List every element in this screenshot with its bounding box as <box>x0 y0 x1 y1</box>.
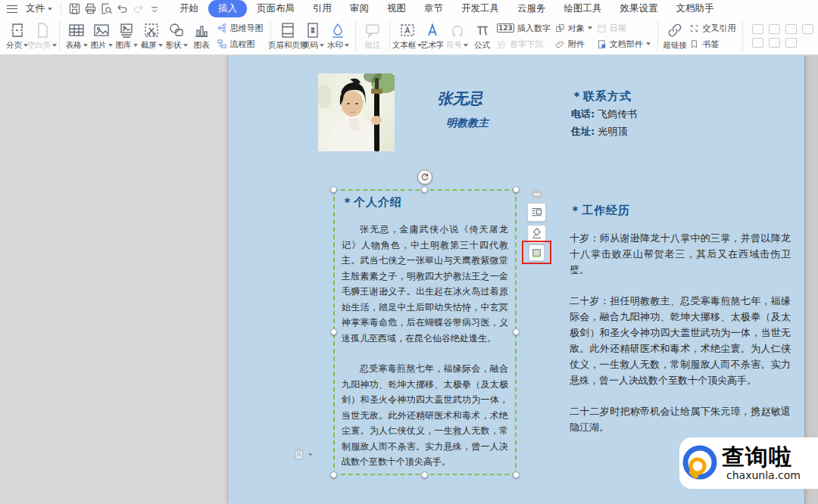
print-button[interactable] <box>83 2 98 16</box>
rotate-handle[interactable] <box>417 170 432 185</box>
layout-options-button[interactable] <box>527 203 546 222</box>
intro-heading[interactable]: ＊个人介绍 <box>342 195 508 210</box>
mind-map-button[interactable]: 思维导图 <box>217 23 264 34</box>
formula-button[interactable]: 公式 <box>470 22 495 51</box>
undo-button[interactable] <box>114 2 130 16</box>
flowchart-button[interactable]: 流程图 <box>217 39 264 50</box>
intro-text-box-selected[interactable]: ＊个人介绍 张无忌，金庸武侠小说《倚天屠龙记》人物角色，中土明教第三十四代教主。… <box>333 189 517 475</box>
tab-review[interactable]: 审阅 <box>342 1 377 17</box>
word-art-icon <box>424 22 441 39</box>
date-stack: 日期 文档部件 <box>595 23 653 50</box>
blank-page-button: 空白页 <box>30 22 55 51</box>
tab-section[interactable]: 章节 <box>416 1 451 17</box>
intro-paragraph-1[interactable]: 张无忌，金庸武侠小说《倚天屠龙记》人物角色，中土明教第三十四代教主。武当七侠之一… <box>342 222 508 346</box>
picture-button[interactable]: 图片 <box>89 22 114 51</box>
divider <box>355 20 356 51</box>
number-stack: 123 插入数字 首字下沉 <box>495 23 553 50</box>
resize-handle-w[interactable] <box>330 328 337 335</box>
page-number-button[interactable]: 页码 <box>301 22 326 51</box>
tab-home[interactable]: 开始 <box>171 1 207 17</box>
tab-view[interactable]: 视图 <box>379 1 414 17</box>
text-box-button[interactable]: 文本框 <box>395 22 420 51</box>
print-preview-button[interactable] <box>98 2 114 16</box>
resize-handle-nw[interactable] <box>330 186 337 193</box>
intro-paragraph-2[interactable]: 忍受寒毒煎熬七年，福缘际会，融合九阳神功、乾坤大挪移、太极拳（及太极剑）和圣火令… <box>342 361 508 470</box>
paste-options-button[interactable] <box>292 448 313 461</box>
experience-section[interactable]: ＊工作经历 十岁：师从谢逊降龙十八掌中的三掌，并曾以降龙十八掌击败巫山帮贺老三，… <box>570 204 791 435</box>
watermark-brand: 查询啦 <box>722 446 801 468</box>
attachment-button[interactable]: 附件 <box>555 39 592 50</box>
tab-doc-assistant[interactable]: 文档助手 <box>668 1 723 17</box>
tab-drawing-tools[interactable]: 绘图工具 <box>556 1 610 17</box>
profile-photo[interactable] <box>318 73 395 151</box>
form-image-field-icon <box>802 24 813 34</box>
date-button: 日期 <box>597 23 651 34</box>
resize-handle-s[interactable] <box>421 471 428 478</box>
contact-section[interactable]: ＊联系方式 电话: 飞鸽传书 住址: 光明顶 <box>571 89 700 138</box>
address-label: 住址: <box>571 126 595 137</box>
menu-bar: 文件 开始 插入 页面布局 引用 审阅 视图 章节 开发工具 云服务 绘图工具 <box>0 0 818 17</box>
calendar-icon <box>597 23 607 33</box>
blank-page-icon <box>34 22 51 39</box>
shapes-button[interactable]: 形状 <box>164 22 189 51</box>
symbol-button: 符号 <box>445 22 470 51</box>
shapes-icon <box>168 22 185 39</box>
cross-reference-button[interactable]: 交叉引用 <box>689 23 735 34</box>
tab-effect-settings[interactable]: 效果设置 <box>612 1 667 17</box>
shape-style-button[interactable] <box>527 225 546 244</box>
mind-map-icon <box>217 23 227 33</box>
chevron-down-icon <box>320 44 324 47</box>
chevron-down-icon <box>83 44 88 47</box>
experience-heading[interactable]: ＊工作经历 <box>570 204 791 218</box>
bookmark-button[interactable]: 书签 <box>689 39 735 50</box>
drop-cap-button: 首字下沉 <box>497 39 551 50</box>
tab-cloud[interactable]: 云服务 <box>509 1 554 17</box>
screenshot-button[interactable]: 截屏 <box>139 22 164 51</box>
resize-handle-se[interactable] <box>513 471 520 478</box>
page-break-button[interactable]: 分页 <box>5 22 30 51</box>
contact-address-row[interactable]: 住址: 光明顶 <box>571 125 700 138</box>
customize-toolbar-caret-icon[interactable] <box>146 2 162 16</box>
chart-button[interactable]: 图表 <box>189 22 214 51</box>
resize-handle-sw[interactable] <box>330 471 337 478</box>
file-menu[interactable]: 文件 <box>23 1 55 17</box>
contact-phone-row[interactable]: 电话: 飞鸽传书 <box>571 107 700 121</box>
watermark-button[interactable]: 水印 <box>326 22 351 51</box>
resize-handle-e[interactable] <box>513 328 520 335</box>
experience-paragraph-2[interactable]: 二十岁：担任明教教主、忍受寒毒煎熬七年，福缘际会，融合九阳神功、乾坤大挪移、太极… <box>570 293 791 388</box>
gallery-button[interactable]: 图库 <box>114 22 139 51</box>
contact-heading[interactable]: ＊联系方式 <box>571 89 700 104</box>
ribbon-toolbar: 分页 空白页 表格 图片 图库 截屏 <box>0 17 818 54</box>
collapse-toolbar-button[interactable] <box>531 190 543 198</box>
resume-role[interactable]: 明教教主 <box>422 117 513 130</box>
experience-body: 十岁：师从谢逊降龙十八掌中的三掌，并曾以降龙十八掌击败巫山帮贺老三，其后又在西域… <box>570 230 791 435</box>
divider <box>389 20 390 51</box>
picture-icon <box>93 22 110 39</box>
word-art-button[interactable]: 艺术字 <box>420 22 445 51</box>
table-button[interactable]: 表格 <box>64 22 89 51</box>
tab-references[interactable]: 引用 <box>304 1 340 17</box>
tab-page-layout[interactable]: 页面布局 <box>248 1 303 17</box>
hamburger-menu-icon[interactable] <box>7 5 17 13</box>
chevron-down-icon <box>308 453 313 456</box>
tab-insert[interactable]: 插入 <box>208 0 247 17</box>
resize-rect-icon <box>531 247 542 259</box>
form-controls-group <box>748 24 818 48</box>
doc-parts-button[interactable]: 文档部件 <box>597 39 651 50</box>
style-brush-icon <box>530 228 543 241</box>
hyperlink-button[interactable]: 超链接 <box>662 22 687 51</box>
object-button[interactable]: 对象 <box>555 23 592 34</box>
experience-paragraph-3[interactable]: 二十二岁时把称帝机会让给属下朱元璋，携赵敏退隐江湖。 <box>570 403 791 435</box>
header-footer-button[interactable]: 页眉和页脚 <box>275 22 301 51</box>
resume-name[interactable]: 张无忌 <box>411 89 509 109</box>
resize-handle-n[interactable] <box>421 186 428 193</box>
chevron-down-icon <box>52 44 57 47</box>
object-icon <box>555 23 565 33</box>
form-combo-icon <box>785 24 797 34</box>
insert-number-button[interactable]: 123 插入数字 <box>497 23 551 34</box>
save-button[interactable] <box>67 2 83 16</box>
resize-handle-ne[interactable] <box>513 186 520 193</box>
experience-paragraph-1[interactable]: 十岁：师从谢逊降龙十八掌中的三掌，并曾以降龙十八掌击败巫山帮贺老三，其后又在西域… <box>570 230 791 278</box>
tab-dev-tools[interactable]: 开发工具 <box>453 1 507 17</box>
resize-fit-button[interactable] <box>529 244 545 261</box>
